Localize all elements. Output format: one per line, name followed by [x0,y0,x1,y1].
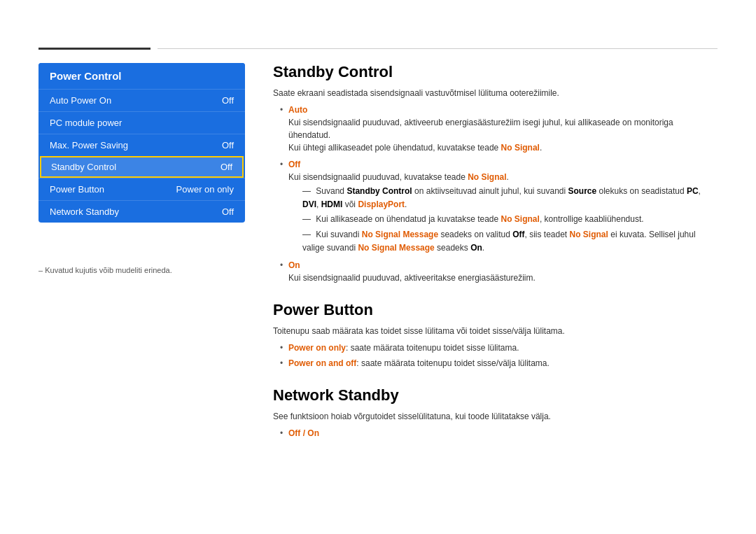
bullet-on: On Kui sisendsignaalid puuduvad, aktivee… [280,259,718,284]
power-button-title: Power Button [273,301,718,319]
network-standby-bullets: Off / On [273,427,718,440]
main-content: Standby Control Saate ekraani seadistada… [273,63,718,456]
off-label: Off [288,160,300,169]
power-on-and-off-label: Power on and off [288,358,356,368]
sidebar-item-auto-power-on[interactable]: Auto Power On Off [38,89,245,111]
sidebar-item-label: Network Standby [50,206,119,217]
standby-control-desc: Saate ekraani seadistada sisendsignaali … [273,87,718,99]
auto-sub: Kui ühtegi allikaseadet pole ühendatud, … [288,143,542,153]
off-on-label: Off / On [288,428,319,438]
sidebar-item-value: Off [220,162,232,172]
sidebar-item-max-power-saving[interactable]: Max. Power Saving Off [38,134,245,156]
off-sub2: — Kui allikaseade on ühendatud ja kuvata… [288,213,718,226]
standby-control-title: Standby Control [273,63,718,81]
section-power-button: Power Button Toitenupu saab määrata kas … [273,301,718,370]
sidebar-item-network-standby[interactable]: Network Standby Off [38,200,245,223]
sidebar-item-label: Standby Control [51,162,116,172]
bullet-power-on-and-off: Power on and off: saate määrata toitenup… [280,357,718,370]
top-bar-accent [38,48,150,50]
section-standby-control: Standby Control Saate ekraani seadistada… [273,63,718,284]
sidebar-item-power-button[interactable]: Power Button Power on only [38,178,245,200]
bullet-off-on: Off / On [280,427,718,440]
sidebar-item-label: PC module power [50,118,122,128]
on-text: Kui sisendsignaalid puuduvad, aktiveerit… [288,273,536,283]
sidebar-item-value: Off [222,206,234,217]
auto-text: Kui sisendsignaalid puuduvad, aktiveerub… [288,118,673,140]
top-bar [38,48,718,50]
on-label: On [288,260,300,270]
top-bar-line [158,48,718,49]
sidebar-item-value: Power on only [176,184,234,195]
sidebar-item-label: Auto Power On [50,95,111,106]
standby-control-bullets: Auto Kui sisendsignaalid puuduvad, aktiv… [273,104,718,284]
sidebar-item-label: Max. Power Saving [50,140,128,150]
sidebar-item-value: Off [222,95,234,106]
bullet-power-on-only: Power on only: saate määrata toitenupu t… [280,342,718,354]
network-standby-title: Network Standby [273,386,718,405]
sidebar-item-value: Off [222,140,234,150]
sidebar-note: – Kuvatud kujutis võib mudeliti erineda. [38,266,172,274]
power-on-and-off-text: : saate määrata toitenupu toidet sisse/v… [356,358,549,368]
power-button-desc: Toitenupu saab määrata kas toidet sisse … [273,325,718,337]
auto-label: Auto [288,105,307,115]
power-on-only-label: Power on only [288,343,346,353]
sidebar-item-standby-control[interactable]: Standby Control Off [40,156,244,178]
section-network-standby: Network Standby See funktsioon hoiab võr… [273,386,718,440]
sidebar-item-pc-module-power[interactable]: PC module power [38,111,245,134]
power-button-bullets: Power on only: saate määrata toitenupu t… [273,342,718,370]
sidebar-title: Power Control [38,63,245,89]
network-standby-desc: See funktsioon hoiab võrgutoidet sisselü… [273,410,718,423]
bullet-off: Off Kui sisendsignaalid puuduvad, kuvata… [280,158,718,255]
sidebar-item-label: Power Button [50,184,104,195]
off-sub1: — Suvand Standby Control on aktiivseituv… [288,185,718,211]
off-sub3: — Kui suvandi No Signal Message seadeks … [288,228,718,255]
off-text: Kui sisendsignaalid puuduvad, kuvatakse … [288,172,509,182]
bullet-auto: Auto Kui sisendsignaalid puuduvad, aktiv… [280,104,718,154]
power-on-only-text: : saate määrata toitenupu toidet sisse l… [346,343,519,353]
sidebar-panel: Power Control Auto Power On Off PC modul… [38,63,245,223]
